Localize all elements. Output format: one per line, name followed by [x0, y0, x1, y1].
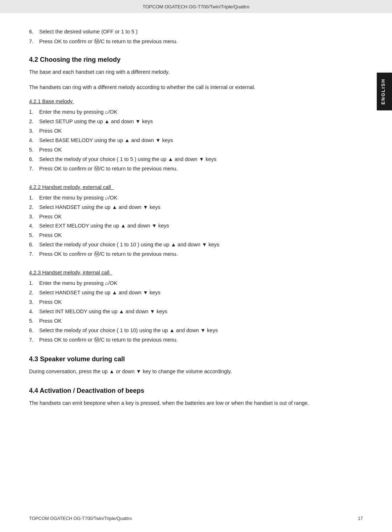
list-item: 3. Press OK: [29, 213, 340, 221]
step-text: Press OK: [39, 298, 340, 307]
section-4-4-heading: 4.4 Activation / Deactivation of beeps: [29, 387, 340, 395]
footer-right: 17: [358, 516, 363, 521]
section-4-3: 4.3 Speaker volume during call During co…: [29, 355, 340, 376]
step-num: 1.: [29, 108, 39, 117]
list-item: 4. Select BASE MELODY using the up ▲ and…: [29, 136, 340, 145]
list-item: 6. Select the melody of your choice ( 1 …: [29, 241, 340, 249]
item-num: 7.: [29, 37, 38, 46]
list-item: 1. Enter the menu by pressing ⌕/OK: [29, 279, 340, 288]
step-text: Press OK: [39, 213, 340, 221]
step-num: 3.: [29, 298, 39, 307]
step-text: Enter the menu by pressing ⌕/OK: [39, 108, 340, 117]
subsection-4-2-3-title: 4.2.3 Handset melody, internal call: [29, 270, 340, 275]
list-item: 5. Press OK: [29, 317, 340, 326]
step-num: 6.: [29, 241, 39, 249]
list-item: 7. Press OK to confirm or Ⓜ/C to return …: [29, 165, 340, 173]
step-num: 4.: [29, 307, 39, 316]
steps-list-4-2-3: 1. Enter the menu by pressing ⌕/OK 2. Se…: [29, 279, 340, 344]
section-4-2-intro-2: The handsets can ring with a different m…: [29, 83, 340, 92]
footer-left: TOPCOM OGATECH OG-T700/Twin/Triple/Quatt…: [29, 516, 132, 521]
subsection-4-2-1-title: 4.2.1 Base melody: [29, 98, 340, 104]
list-item: 4. Select EXT MELODY using the up ▲ and …: [29, 222, 340, 230]
footer: TOPCOM OGATECH OG-T700/Twin/Triple/Quatt…: [0, 516, 392, 521]
list-item: 1. Enter the menu by pressing ⌕/OK: [29, 194, 340, 202]
step-text: Press OK: [39, 317, 340, 326]
page: TOPCOM OGATECH OG-T700/Twin/Triple/Quatt…: [0, 0, 392, 532]
header-title: TOPCOM OGATECH OG-T700/Twin/Triple/Quatt…: [143, 4, 250, 9]
list-item: 7. Press OK to confirm or Ⓜ/C to return …: [29, 37, 340, 46]
step-num: 5.: [29, 146, 39, 154]
step-num: 1.: [29, 279, 39, 288]
step-text: Select HANDSET using the up ▲ and down ▼…: [39, 203, 340, 212]
step-text: Press OK: [39, 231, 340, 240]
list-item: 6. Select the desired volume (OFF or 1 t…: [29, 28, 340, 36]
list-item: 3. Press OK: [29, 298, 340, 307]
step-num: 2.: [29, 117, 39, 126]
step-num: 6.: [29, 326, 39, 335]
list-item: 2. Select HANDSET using the up ▲ and dow…: [29, 289, 340, 297]
main-content: 6. Select the desired volume (OFF or 1 t…: [0, 13, 377, 440]
step-text: Select the melody of your choice ( 1 to …: [39, 326, 340, 335]
step-text: Press OK to confirm or Ⓜ/C to return to …: [39, 250, 340, 259]
item-num: 6.: [29, 28, 38, 36]
list-item: 2. Select SETUP using the up ▲ and down …: [29, 117, 340, 126]
intro-list: 6. Select the desired volume (OFF or 1 t…: [29, 28, 340, 46]
section-4-3-heading: 4.3 Speaker volume during call: [29, 355, 340, 363]
subsection-4-2-1: 4.2.1 Base melody 1. Enter the menu by p…: [29, 98, 340, 173]
step-num: 2.: [29, 289, 39, 297]
step-num: 5.: [29, 231, 39, 240]
header-bar: TOPCOM OGATECH OG-T700/Twin/Triple/Quatt…: [0, 0, 392, 13]
list-item: 2. Select HANDSET using the up ▲ and dow…: [29, 203, 340, 212]
list-item: 4. Select INT MELODY using the up ▲ and …: [29, 307, 340, 316]
step-text: Enter the menu by pressing ⌕/OK: [39, 194, 340, 202]
list-item: 5. Press OK: [29, 231, 340, 240]
step-num: 7.: [29, 165, 39, 173]
step-text: Select SETUP using the up ▲ and down ▼ k…: [39, 117, 340, 126]
list-item: 3. Press OK: [29, 127, 340, 136]
step-num: 1.: [29, 194, 39, 202]
english-tab: ENGLISH: [377, 73, 392, 110]
section-4-2: 4.2 Choosing the ring melody The base an…: [29, 56, 340, 344]
step-num: 3.: [29, 213, 39, 221]
step-text: Select the melody of your choice ( 1 to …: [39, 155, 340, 164]
step-text: Press OK: [39, 146, 340, 154]
step-num: 7.: [29, 336, 39, 344]
steps-list-4-2-2: 1. Enter the menu by pressing ⌕/OK 2. Se…: [29, 194, 340, 259]
list-item: 1. Enter the menu by pressing ⌕/OK: [29, 108, 340, 117]
step-text: Press OK to confirm or Ⓜ/C to return to …: [39, 336, 340, 344]
subsection-4-2-3: 4.2.3 Handset melody, internal call 1. E…: [29, 270, 340, 344]
step-text: Select HANDSET using the up ▲ and down ▼…: [39, 289, 340, 297]
step-text: Select INT MELODY using the up ▲ and dow…: [39, 307, 340, 316]
list-item: 6. Select the melody of your choice ( 1 …: [29, 155, 340, 164]
item-text: Select the desired volume (OFF or 1 to 5…: [39, 29, 138, 35]
step-num: 5.: [29, 317, 39, 326]
list-item: 7. Press OK to confirm or Ⓜ/C to return …: [29, 250, 340, 259]
section-4-4: 4.4 Activation / Deactivation of beeps T…: [29, 387, 340, 408]
item-text: Press OK to confirm or Ⓜ/C to return to …: [39, 39, 178, 44]
subsection-4-2-2: 4.2.2 Handset melody, external call 1. E…: [29, 184, 340, 259]
step-num: 2.: [29, 203, 39, 212]
step-text: Select the melody of your choice ( 1 to …: [39, 241, 340, 249]
subsection-4-2-2-title: 4.2.2 Handset melody, external call: [29, 184, 340, 190]
list-item: 6. Select the melody of your choice ( 1 …: [29, 326, 340, 335]
step-num: 4.: [29, 222, 39, 230]
step-text: Press OK: [39, 127, 340, 136]
step-num: 7.: [29, 250, 39, 259]
section-4-2-heading: 4.2 Choosing the ring melody: [29, 56, 340, 64]
step-text: Press OK to confirm or Ⓜ/C to return to …: [39, 165, 340, 173]
step-num: 6.: [29, 155, 39, 164]
step-text: Enter the menu by pressing ⌕/OK: [39, 279, 340, 288]
step-num: 4.: [29, 136, 39, 145]
section-4-3-text: During conversation, press the up ▲ or d…: [29, 367, 340, 376]
step-text: Select BASE MELODY using the up ▲ and do…: [39, 136, 340, 145]
list-item: 7. Press OK to confirm or Ⓜ/C to return …: [29, 336, 340, 344]
section-4-4-text: The handsets can emit beeptone when a ke…: [29, 399, 340, 408]
section-4-2-intro-1: The base and each handset can ring with …: [29, 68, 340, 77]
step-text: Select EXT MELODY using the up ▲ and dow…: [39, 222, 340, 230]
step-num: 3.: [29, 127, 39, 136]
steps-list-4-2-1: 1. Enter the menu by pressing ⌕/OK 2. Se…: [29, 108, 340, 173]
list-item: 5. Press OK: [29, 146, 340, 154]
